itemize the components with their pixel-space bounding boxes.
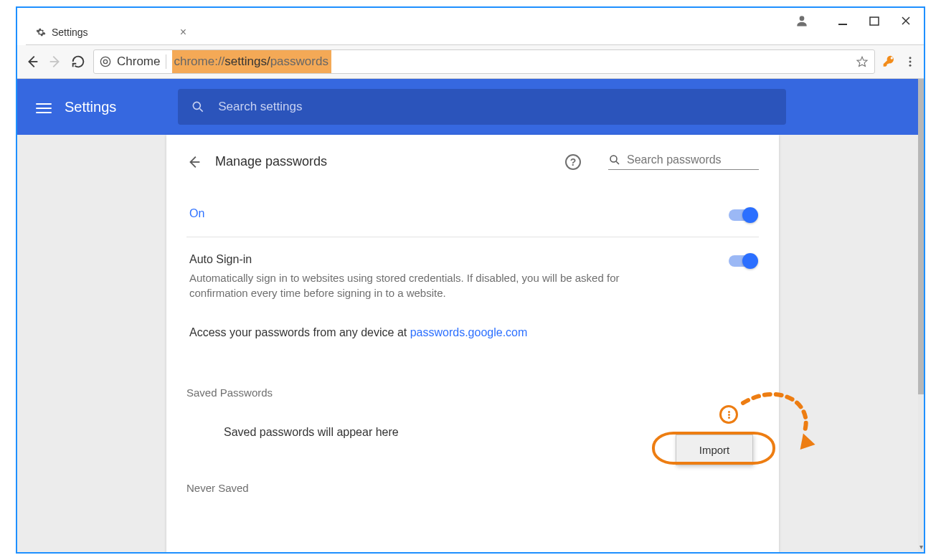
page-body: Manage passwords ? Search passwords On A… xyxy=(17,135,918,552)
annotation-more-dots xyxy=(719,405,738,424)
svg-point-9 xyxy=(610,156,617,162)
row-auto-signin: Auto Sign-in Automatically sign in to we… xyxy=(186,237,759,316)
browser-toolbar: Chrome chrome://settings/passwords xyxy=(17,45,924,79)
search-icon xyxy=(608,153,621,166)
hamburger-icon[interactable] xyxy=(36,100,52,113)
access-text: Access your passwords from any device at… xyxy=(186,316,759,349)
svg-point-7 xyxy=(909,65,912,67)
search-icon xyxy=(191,100,205,114)
svg-point-4 xyxy=(103,60,107,63)
scrollbar-track[interactable] xyxy=(918,79,924,552)
panel-title: Manage passwords xyxy=(215,154,327,169)
scrollbar-thumb[interactable] xyxy=(918,79,924,394)
search-passwords-placeholder: Search passwords xyxy=(627,153,722,166)
menu-dots-icon[interactable] xyxy=(904,55,917,68)
on-label: On xyxy=(189,207,204,220)
never-saved-header: Never Saved xyxy=(186,482,759,494)
forward-icon xyxy=(47,54,63,70)
reload-icon[interactable] xyxy=(70,54,86,70)
chrome-icon xyxy=(100,56,111,67)
url-text: chrome://settings/passwords xyxy=(172,50,331,73)
separator xyxy=(166,54,166,69)
tab-close-icon[interactable]: × xyxy=(180,26,186,39)
tab-strip: Settings × xyxy=(26,18,924,45)
back-icon[interactable] xyxy=(24,54,40,70)
search-placeholder: Search settings xyxy=(218,100,302,114)
passwords-google-link[interactable]: passwords.google.com xyxy=(410,326,528,338)
toggle-offer-save[interactable] xyxy=(729,209,756,221)
svg-point-3 xyxy=(100,57,110,66)
address-bar[interactable]: Chrome chrome://settings/passwords xyxy=(93,49,875,74)
settings-title: Settings xyxy=(65,99,116,115)
panel-header: Manage passwords ? Search passwords xyxy=(186,153,759,170)
import-menu-item[interactable]: Import xyxy=(676,435,753,465)
scroll-down-icon[interactable]: ▾ xyxy=(918,543,924,551)
gear-icon xyxy=(36,27,46,37)
toggle-auto-signin[interactable] xyxy=(729,255,756,267)
tab-settings[interactable]: Settings × xyxy=(29,20,194,44)
svg-point-5 xyxy=(909,57,912,59)
key-icon[interactable] xyxy=(882,54,897,69)
search-passwords-input[interactable]: Search passwords xyxy=(608,153,759,170)
tab-title: Settings xyxy=(52,27,88,38)
annotation-arrowhead xyxy=(795,431,815,450)
site-label: Chrome xyxy=(117,54,160,69)
auto-signin-title: Auto Sign-in xyxy=(189,253,648,266)
bookmark-star-icon[interactable] xyxy=(856,55,869,68)
svg-point-6 xyxy=(909,61,912,63)
row-offer-save: On xyxy=(186,191,759,237)
svg-point-8 xyxy=(194,102,201,109)
browser-window: Settings × Chrome chrome://settings/pass… xyxy=(16,6,925,554)
saved-passwords-header: Saved Passwords xyxy=(186,386,759,399)
auto-signin-desc: Automatically sign in to websites using … xyxy=(189,270,648,300)
help-icon[interactable]: ? xyxy=(565,154,581,170)
passwords-panel: Manage passwords ? Search passwords On A… xyxy=(166,135,779,552)
back-arrow-icon[interactable] xyxy=(186,154,202,170)
search-settings-input[interactable]: Search settings xyxy=(178,89,786,125)
settings-header: Settings Search settings xyxy=(17,79,918,135)
